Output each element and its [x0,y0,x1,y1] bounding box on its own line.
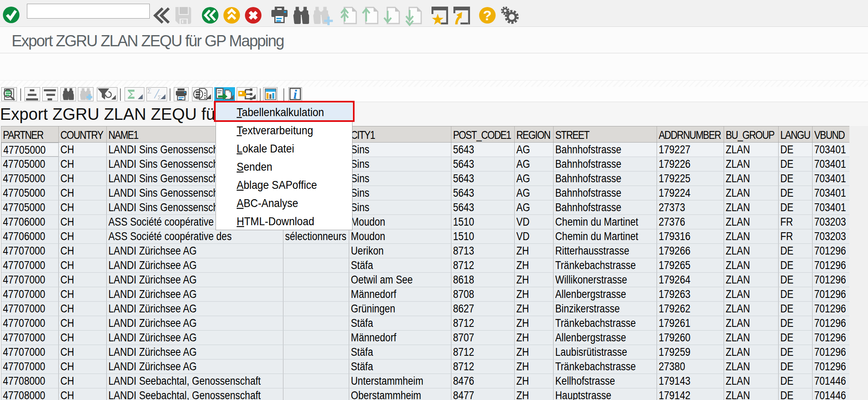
svg-text:Σ: Σ [158,94,161,101]
svg-text:?: ? [483,7,492,23]
svg-text:Σ: Σ [147,88,151,95]
svg-text:i: i [293,88,297,101]
